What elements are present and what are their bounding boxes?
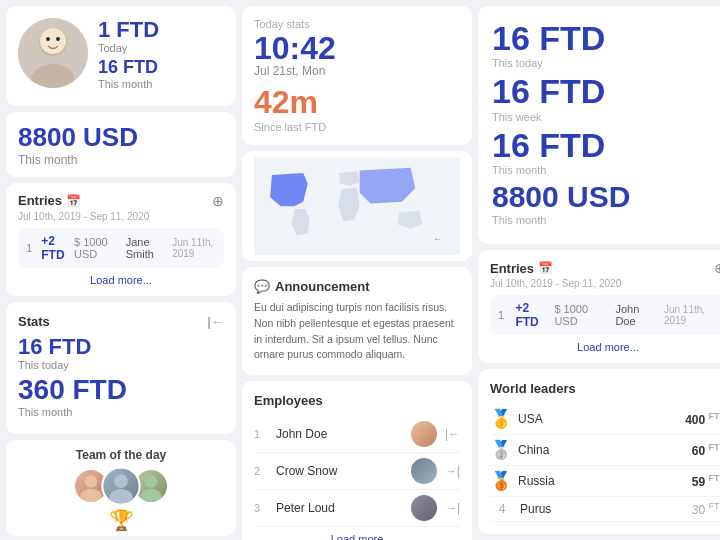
announcement-icon: 💬 (254, 279, 270, 294)
svg-point-9 (109, 489, 132, 504)
emp-avatar-2 (411, 458, 437, 484)
entry-row: 1 +2 FTD $ 1000 USD Jane Smith Jun 11th,… (18, 228, 224, 268)
current-time: 10:42 (254, 32, 460, 64)
stats-ftd-month: 360 FTD (18, 375, 224, 406)
right-entries-title: Entries 📅 (490, 261, 553, 276)
wl-rank-1: 🥇 (490, 408, 512, 430)
right-entries-header: Entries 📅 ⊕ (490, 260, 720, 276)
load-more-employees[interactable]: Load more (254, 533, 460, 540)
right-stats-card: 16 FTD This today 16 FTD This week 16 FT… (478, 6, 720, 244)
entries-date-range: Jul 10th, 2019 - Sep 11, 2020 (18, 211, 224, 222)
r-today-label: This today (492, 57, 720, 69)
wl-rank-3: 🥉 (490, 470, 512, 492)
svg-text:←: ← (433, 234, 442, 244)
emp-avatar-3 (411, 495, 437, 521)
employee-row-2: 2 Crow Snow →| (254, 453, 460, 490)
wl-country-1: USA (518, 412, 679, 426)
world-map-svg: ← (254, 157, 460, 256)
month-label: This month (98, 78, 224, 90)
wl-row-2: 🥈 China 60 FTD (490, 435, 720, 466)
today-stats-label: Today stats (254, 18, 460, 30)
profile-stats: 1 FTD Today 16 FTD This month (98, 18, 224, 94)
svg-point-11 (140, 489, 161, 502)
employee-row-3: 3 Peter Loud →| (254, 490, 460, 527)
world-map-card: ← (242, 151, 472, 261)
wl-country-3: Russia (518, 474, 686, 488)
laurel-icon: 🏆 (6, 508, 236, 532)
employees-title: Employees (254, 393, 460, 408)
svg-point-10 (145, 475, 157, 487)
wl-row-4: 4 Purus 30 FTD (490, 497, 720, 522)
announcement-title: 💬 Announcement (254, 279, 460, 294)
usd-card: 8800 USD This month (6, 112, 236, 177)
svg-point-7 (80, 489, 101, 502)
team-avatar-2 (101, 466, 141, 506)
load-more-entries[interactable]: Load more... (18, 274, 224, 286)
ftd-today: 1 FTD (98, 18, 224, 42)
profile-card: 1 FTD Today 16 FTD This month (6, 6, 236, 106)
team-of-day-card: Team of the day 🏆 (6, 440, 236, 536)
svg-point-8 (114, 474, 128, 488)
right-entries-card: Entries 📅 ⊕ Jul 10th, 2019 - Sep 11, 202… (478, 250, 720, 363)
wl-rank-2: 🥈 (490, 439, 512, 461)
announcement-text: Eu dui adipiscing turpis non facilisis r… (254, 300, 460, 363)
ftd-month: 16 FTD (98, 58, 224, 78)
announcement-card: 💬 Announcement Eu dui adipiscing turpis … (242, 267, 472, 375)
team-label: Team of the day (6, 448, 236, 462)
r-usd-amount: 8800 USD (492, 180, 720, 214)
r-month-label: This month (492, 164, 720, 176)
usd-amount: 8800 USD (18, 122, 224, 153)
stats-collapse-icon[interactable]: |← (207, 314, 224, 329)
svg-point-3 (40, 28, 66, 54)
world-leaders-card: World leaders 🥇 USA 400 FTD 🥈 China 60 F… (478, 369, 720, 534)
right-entries-date: Jul 10th, 2019 - Sep 11, 2020 (490, 278, 720, 289)
right-calendar-icon: 📅 (538, 261, 553, 275)
world-leaders-title: World leaders (490, 381, 720, 396)
r-week-label: This week (492, 111, 720, 123)
wl-row-3: 🥉 Russia 59 FTD (490, 466, 720, 497)
r-usd-label: This month (492, 214, 720, 226)
entries-title: Entries 📅 (18, 193, 81, 208)
svg-point-4 (46, 37, 50, 41)
left-column: 1 FTD Today 16 FTD This month 8800 USD T… (6, 6, 236, 540)
entries-expand-icon[interactable]: ⊕ (212, 193, 224, 209)
emp-arrow-2: →| (445, 464, 460, 478)
svg-point-6 (85, 475, 97, 487)
wl-country-4: Purus (520, 502, 686, 516)
minutes-since: 42m (254, 84, 460, 121)
entries-card: Entries 📅 ⊕ Jul 10th, 2019 - Sep 11, 202… (6, 183, 236, 296)
calendar-icon: 📅 (66, 194, 81, 208)
right-entries-expand-icon[interactable]: ⊕ (714, 260, 720, 276)
right-column: 16 FTD This today 16 FTD This week 16 FT… (478, 6, 720, 540)
right-load-more[interactable]: Load more... (490, 341, 720, 353)
employees-card: Employees 1 John Doe |← 2 Crow Snow →| 3… (242, 381, 472, 540)
usd-label: This month (18, 153, 224, 167)
stats-title: Stats |← (18, 314, 224, 329)
emp-avatar-1 (411, 421, 437, 447)
stats-month-label: This month (18, 406, 224, 418)
middle-column: Today stats 10:42 Jul 21st, Mon 42m Sinc… (242, 6, 472, 540)
r-ftd-month: 16 FTD (492, 127, 720, 164)
today-label: Today (98, 42, 224, 54)
wl-rank-4: 4 (490, 502, 514, 516)
emp-arrow-3: →| (445, 501, 460, 515)
stats-ftd-today: 16 FTD (18, 335, 224, 359)
r-ftd-week: 16 FTD (492, 73, 720, 110)
svg-point-5 (56, 37, 60, 41)
employee-row-1: 1 John Doe |← (254, 416, 460, 453)
wl-country-2: China (518, 443, 686, 457)
team-avatars (6, 468, 236, 504)
right-entry-row: 1 +2 FTD $ 1000 USD John Doe Jun 11th, 2… (490, 295, 720, 335)
wl-row-1: 🥇 USA 400 FTD (490, 404, 720, 435)
today-stats-card: Today stats 10:42 Jul 21st, Mon 42m Sinc… (242, 6, 472, 145)
r-ftd-today: 16 FTD (492, 20, 720, 57)
current-date: Jul 21st, Mon (254, 64, 460, 78)
stats-today-label: This today (18, 359, 224, 371)
since-label: Since last FTD (254, 121, 460, 133)
stats-card: Stats |← 16 FTD This today 360 FTD This … (6, 302, 236, 434)
emp-arrow-1: |← (445, 427, 460, 441)
entries-header: Entries 📅 ⊕ (18, 193, 224, 209)
avatar (18, 18, 88, 88)
